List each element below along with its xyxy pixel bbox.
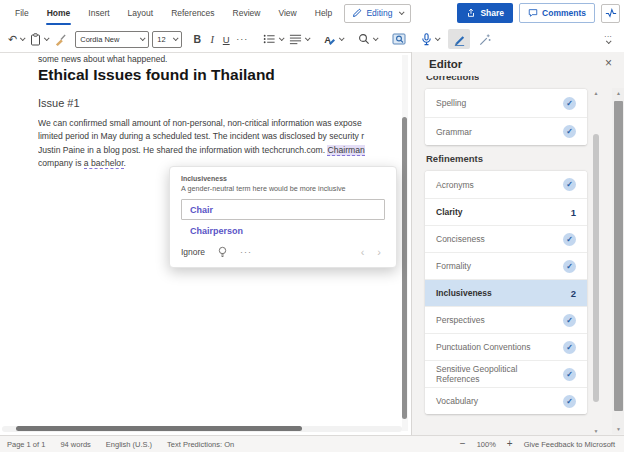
ribbon-overflow-button[interactable]: ··· xyxy=(600,34,616,44)
editor-category-row-inclusiveness[interactable]: Inclusiveness2 xyxy=(425,279,587,306)
scrollbar-thumb[interactable] xyxy=(593,134,599,402)
share-button[interactable]: Share xyxy=(457,3,513,23)
ribbon-tab-layout[interactable]: Layout xyxy=(119,0,163,26)
font-color-button[interactable]: A xyxy=(321,28,346,50)
check-badge-icon: ✓ xyxy=(563,395,576,408)
scroll-down-icon[interactable]: ▼ xyxy=(612,426,624,432)
scrollbar-thumb[interactable] xyxy=(16,426,302,431)
catch-up-button[interactable] xyxy=(601,4,620,23)
lightbulb-icon[interactable] xyxy=(217,246,228,258)
comments-label: Comments xyxy=(542,8,586,18)
ribbon-tabs: FileHomeInsertLayoutReferencesReviewView… xyxy=(6,0,341,26)
status-bar: Page 1 of 1 94 words English (U.S.) Text… xyxy=(0,435,624,452)
ribbon-tab-review[interactable]: Review xyxy=(224,0,270,26)
document-vertical-scrollbar[interactable] xyxy=(402,55,408,431)
corrections-card: Spelling✓Grammar✓ xyxy=(425,89,587,145)
paragraph-text: company is xyxy=(38,158,84,168)
image-search-button[interactable] xyxy=(389,28,409,50)
editor-category-row-formality[interactable]: Formality✓ xyxy=(425,252,587,279)
ribbon-tab-home[interactable]: Home xyxy=(38,0,80,26)
underline-button[interactable]: U xyxy=(219,28,233,50)
page-indicator[interactable]: Page 1 of 1 xyxy=(7,440,45,449)
font-size-select[interactable]: 12 xyxy=(152,31,182,48)
next-suggestion-button[interactable]: › xyxy=(377,246,381,258)
chevron-down-icon xyxy=(20,35,26,41)
flagged-word-chairman[interactable]: Chairman xyxy=(327,145,364,156)
editor-category-row-spelling[interactable]: Spelling✓ xyxy=(425,89,587,117)
scroll-up-icon[interactable]: ▲ xyxy=(612,90,624,96)
editor-pen-icon xyxy=(453,33,466,46)
ribbon-tab-help[interactable]: Help xyxy=(306,0,341,26)
paragraph-line: We can confirmed small amount of non-per… xyxy=(38,117,402,130)
panel-outer-scrollbar[interactable]: ▲ ▼ xyxy=(612,88,624,434)
editor-category-row-clarity[interactable]: Clarity1 xyxy=(425,198,587,225)
ribbon-tab-insert[interactable]: Insert xyxy=(79,0,118,26)
chevron-down-icon xyxy=(373,35,379,41)
chevron-down-icon xyxy=(173,35,179,41)
bullet-list-button[interactable] xyxy=(260,28,286,50)
suggestion-chair[interactable]: Chair xyxy=(181,199,385,220)
editing-mode-button[interactable]: Editing xyxy=(344,4,411,23)
chevron-down-icon xyxy=(305,35,311,41)
scrollbar-thumb[interactable] xyxy=(614,101,623,411)
ribbon-tab-view[interactable]: View xyxy=(269,0,305,26)
editor-button[interactable] xyxy=(448,29,470,49)
check-badge-icon: ✓ xyxy=(563,125,576,138)
category-label: Punctuation Conventions xyxy=(436,342,531,352)
editor-category-row-sensitive-geopolitical-references[interactable]: Sensitive Geopolitical References✓ xyxy=(425,360,587,387)
scroll-down-icon[interactable]: ▼ xyxy=(592,428,600,434)
dictate-button[interactable] xyxy=(418,28,442,50)
ignore-button[interactable]: Ignore xyxy=(181,247,205,257)
magic-wand-button[interactable] xyxy=(475,28,494,50)
line-spacing-icon xyxy=(289,33,302,45)
flagged-phrase-bachelor[interactable]: a bachelor xyxy=(84,158,124,169)
find-button[interactable] xyxy=(355,28,380,50)
paste-button[interactable] xyxy=(27,28,51,50)
italic-button[interactable]: I xyxy=(205,28,219,50)
comment-icon xyxy=(528,8,538,18)
close-icon[interactable]: × xyxy=(605,56,612,70)
line-spacing-button[interactable] xyxy=(286,28,312,50)
popup-footer: Ignore ··· ‹ › xyxy=(181,244,385,260)
comments-button[interactable]: Comments xyxy=(519,3,595,23)
feedback-link[interactable]: Give Feedback to Microsoft xyxy=(524,440,615,449)
check-badge-icon: ✓ xyxy=(563,260,576,273)
ribbon-tab-file[interactable]: File xyxy=(6,0,38,26)
ribbon-tab-references[interactable]: References xyxy=(162,0,223,26)
editor-category-row-conciseness[interactable]: Conciseness✓ xyxy=(425,225,587,252)
previous-suggestion-button[interactable]: ‹ xyxy=(361,246,365,258)
editor-category-row-acronyms[interactable]: Acronyms✓ xyxy=(425,171,587,198)
editor-category-row-grammar[interactable]: Grammar✓ xyxy=(425,117,587,145)
document-section-heading: Issue #1 xyxy=(38,97,80,109)
status-right: − 100% + Give Feedback to Microsoft xyxy=(460,439,617,449)
text-predictions-toggle[interactable]: Text Predictions: On xyxy=(167,440,234,449)
suggestion-chairperson[interactable]: Chairperson xyxy=(181,220,385,241)
chevron-down-icon xyxy=(140,35,146,41)
undo-button[interactable]: ↶ xyxy=(5,28,27,50)
zoom-level[interactable]: 100% xyxy=(477,440,496,449)
scrollbar-thumb[interactable] xyxy=(402,117,407,419)
panel-inner-scrollbar[interactable]: ▲ ▼ xyxy=(592,90,600,434)
check-badge-icon: ✓ xyxy=(563,341,576,354)
paintbrush-icon xyxy=(54,33,67,46)
popup-subtitle: A gender-neutral term here would be more… xyxy=(181,184,385,193)
more-formatting-button[interactable]: ··· xyxy=(233,28,251,50)
bold-button[interactable]: B xyxy=(189,28,205,50)
editor-category-row-perspectives[interactable]: Perspectives✓ xyxy=(425,306,587,333)
word-count[interactable]: 94 words xyxy=(60,440,90,449)
editor-category-row-vocabulary[interactable]: Vocabulary✓ xyxy=(425,387,587,414)
document-horizontal-scrollbar[interactable] xyxy=(2,426,402,432)
category-label: Clarity xyxy=(436,207,462,217)
zoom-out-button[interactable]: − xyxy=(460,439,466,449)
font-name-select[interactable]: Cordia New xyxy=(75,31,149,48)
zoom-in-button[interactable]: + xyxy=(507,439,513,449)
status-left: Page 1 of 1 94 words English (U.S.) Text… xyxy=(7,440,234,449)
chevron-down-icon xyxy=(399,9,405,15)
editor-category-row-punctuation-conventions[interactable]: Punctuation Conventions✓ xyxy=(425,333,587,360)
format-painter-button[interactable] xyxy=(51,28,70,50)
scroll-up-icon[interactable]: ▲ xyxy=(592,90,600,96)
paragraph-text: . xyxy=(124,158,126,168)
chevron-down-icon xyxy=(44,35,50,41)
more-options-button[interactable]: ··· xyxy=(240,247,252,257)
language-indicator[interactable]: English (U.S.) xyxy=(106,440,152,449)
